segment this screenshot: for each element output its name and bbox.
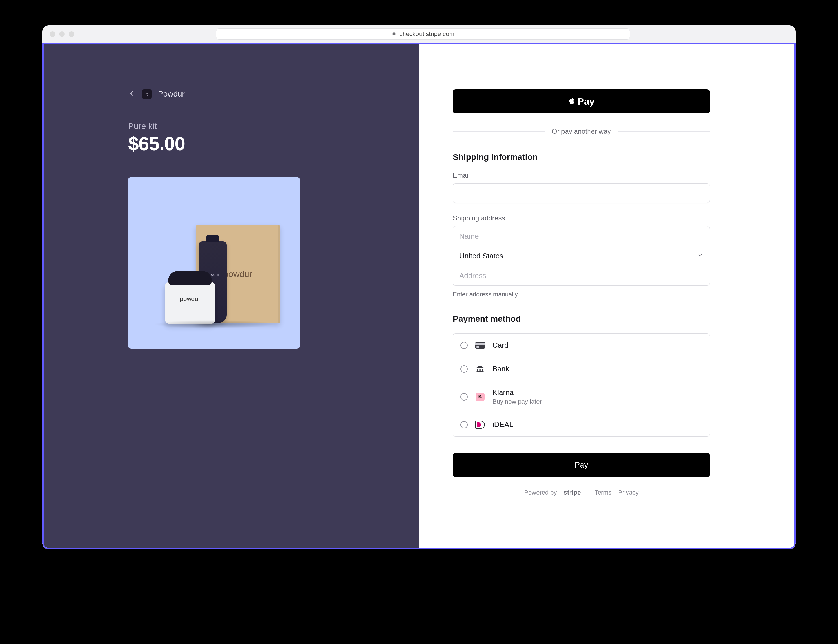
radio-icon xyxy=(460,393,468,401)
name-input[interactable] xyxy=(459,232,703,241)
payment-method-bank[interactable]: Bank xyxy=(453,357,710,381)
footer-separator xyxy=(588,490,588,496)
payment-method-ideal[interactable]: iDEAL xyxy=(453,412,710,436)
shipping-address-label: Shipping address xyxy=(453,214,710,222)
pm-title: Klarna xyxy=(492,388,542,397)
lock-icon xyxy=(392,30,397,38)
payment-method-list: Card Bank K Klarna xyxy=(453,333,710,437)
traffic-dot-close[interactable] xyxy=(49,31,55,37)
stripe-logo-text: stripe xyxy=(564,489,581,496)
traffic-dot-max[interactable] xyxy=(69,31,74,37)
product-jar-graphic: powdur xyxy=(165,282,216,324)
email-input[interactable] xyxy=(453,183,710,203)
back-arrow-icon[interactable] xyxy=(128,89,136,99)
ideal-icon xyxy=(475,421,485,429)
product-image: powdur powdur powdur xyxy=(128,177,300,349)
checkout-form-panel: Pay Or pay another way Shipping informat… xyxy=(419,44,794,548)
shipping-heading: Shipping information xyxy=(453,152,710,162)
jar-label: powdur xyxy=(165,295,216,302)
pay-button[interactable]: Pay xyxy=(453,453,710,477)
browser-chrome: checkout.stripe.com xyxy=(42,25,796,43)
pay-button-label: Pay xyxy=(575,460,588,470)
browser-window: checkout.stripe.com p Powdur Pure kit $6… xyxy=(42,25,796,549)
klarna-icon: K xyxy=(475,393,485,401)
address-input[interactable] xyxy=(459,271,703,280)
country-value: United States xyxy=(459,251,503,260)
powered-by-text: Powered by xyxy=(524,489,557,496)
merchant-name: Powdur xyxy=(158,89,185,99)
window-controls xyxy=(49,31,74,37)
privacy-link[interactable]: Privacy xyxy=(618,489,639,496)
product-name: Pure kit xyxy=(128,121,385,131)
email-label: Email xyxy=(453,171,710,179)
divider-text: Or pay another way xyxy=(552,128,611,135)
address-row xyxy=(453,266,710,286)
traffic-dot-min[interactable] xyxy=(59,31,65,37)
shipping-address-group: United States xyxy=(453,226,710,286)
bank-icon xyxy=(475,365,485,373)
payment-method-heading: Payment method xyxy=(453,314,710,324)
payment-method-card[interactable]: Card xyxy=(453,334,710,357)
merchant-header: p Powdur xyxy=(128,89,385,99)
merchant-logo: p xyxy=(142,89,152,99)
country-select[interactable]: United States xyxy=(453,246,710,266)
radio-icon xyxy=(460,421,468,429)
order-summary-panel: p Powdur Pure kit $65.00 powdur powdur p… xyxy=(44,44,419,548)
checkout-footer: Powered by stripe Terms Privacy xyxy=(453,489,710,496)
apple-logo-icon xyxy=(568,96,576,107)
name-row xyxy=(453,226,710,246)
apple-pay-label: Pay xyxy=(578,96,595,107)
checkout-frame: p Powdur Pure kit $65.00 powdur powdur p… xyxy=(42,43,796,549)
enter-address-manually-link[interactable]: Enter address manually xyxy=(453,291,710,298)
url-text: checkout.stripe.com xyxy=(399,30,454,38)
radio-icon xyxy=(460,342,468,349)
payment-method-klarna[interactable]: K Klarna Buy now pay later xyxy=(453,381,710,412)
card-icon xyxy=(475,342,485,349)
pm-title: Card xyxy=(492,341,508,350)
address-bar[interactable]: checkout.stripe.com xyxy=(216,28,630,40)
radio-icon xyxy=(460,365,468,373)
terms-link[interactable]: Terms xyxy=(595,489,612,496)
pm-title: Bank xyxy=(492,365,509,373)
box-label: powdur xyxy=(224,269,252,279)
chevron-down-icon xyxy=(697,251,703,260)
pay-divider: Or pay another way xyxy=(453,128,710,135)
pm-title: iDEAL xyxy=(492,420,513,429)
apple-pay-button[interactable]: Pay xyxy=(453,89,710,113)
pm-subtitle: Buy now pay later xyxy=(492,398,542,405)
product-price: $65.00 xyxy=(128,133,385,154)
